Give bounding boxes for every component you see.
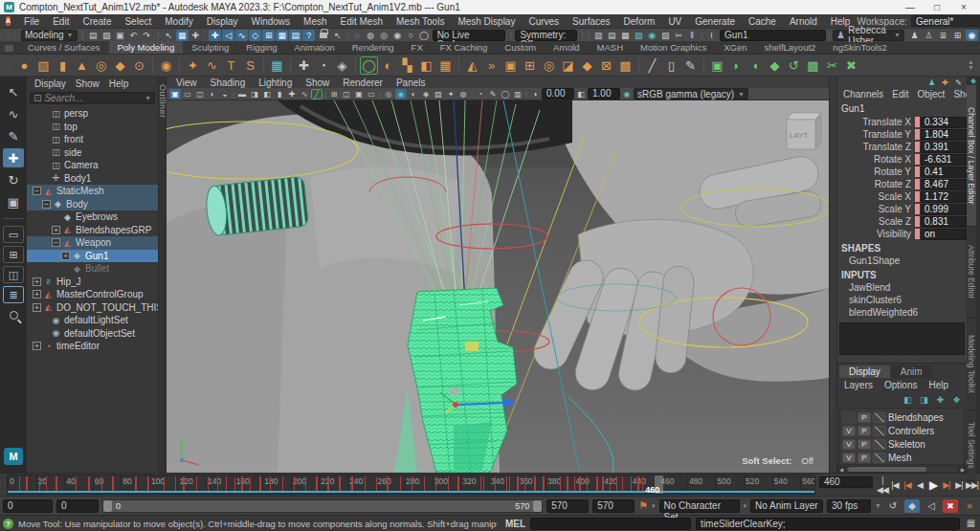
character-set-selector[interactable]: No Character Set bbox=[659, 499, 740, 513]
xgen-panel-icon[interactable]: ⊞ bbox=[951, 30, 964, 41]
poly-cube-icon[interactable]: ▧ bbox=[34, 56, 53, 75]
layer-playback-toggle[interactable]: P bbox=[858, 412, 871, 423]
menu-modify[interactable]: Modify bbox=[158, 16, 199, 27]
keyframe-tick[interactable] bbox=[164, 476, 166, 491]
multisample-icon[interactable]: ◐ bbox=[408, 89, 419, 100]
panel-menu-shading[interactable]: Shading bbox=[205, 77, 252, 88]
channel-value-field[interactable]: 0.831 bbox=[921, 216, 967, 228]
panel-menu-renderer[interactable]: Renderer bbox=[337, 77, 389, 88]
keyframe-tick[interactable] bbox=[76, 476, 78, 491]
keyframe-tick[interactable] bbox=[88, 476, 90, 491]
shelf-collapse-button[interactable] bbox=[5, 45, 13, 52]
move-layer-up-icon[interactable]: ◧ bbox=[902, 394, 914, 405]
construction-plane-icon[interactable]: ✚ bbox=[295, 56, 313, 75]
exposure-icon[interactable]: ◑ bbox=[529, 89, 541, 100]
anim-layer-selector[interactable]: No Anim Layer bbox=[750, 499, 823, 513]
filter-dropdown-icon[interactable]: ▼ bbox=[145, 95, 151, 101]
outliner-item-body1[interactable]: ✛Body1 bbox=[27, 172, 158, 186]
keyframe-tick[interactable] bbox=[282, 476, 284, 491]
isolate-icon[interactable]: ◧ bbox=[261, 89, 273, 100]
construction-history-icon[interactable]: ◉ bbox=[391, 30, 404, 41]
select-object-icon[interactable]: ▦ bbox=[176, 30, 189, 41]
keyframe-tick[interactable] bbox=[480, 476, 482, 491]
input-connections-icon[interactable]: ◌ bbox=[351, 30, 364, 41]
zero-transform-icon[interactable]: ◈ bbox=[333, 56, 351, 75]
scale-tool[interactable]: ▣ bbox=[3, 192, 24, 211]
sidebar-pin-icons[interactable]: ◈ bbox=[967, 77, 980, 85]
pose-library-icon[interactable]: ♙ bbox=[923, 30, 935, 41]
lattice-icon[interactable]: ⊠ bbox=[597, 56, 615, 75]
hotbox-icon[interactable]: ≣ bbox=[937, 30, 949, 41]
keyframe-tick[interactable] bbox=[135, 476, 137, 491]
keyframe-tick[interactable] bbox=[305, 476, 307, 491]
menu-mesh-display[interactable]: Mesh Display bbox=[451, 16, 522, 27]
isolate-select-icon[interactable]: ◯ bbox=[360, 56, 378, 75]
keyframe-tick[interactable] bbox=[112, 476, 114, 491]
snap-release-icon[interactable]: ? bbox=[302, 30, 315, 41]
loop-icon[interactable]: ↺ bbox=[885, 499, 901, 513]
color-managed-icon[interactable]: ◉ bbox=[621, 89, 633, 100]
curve-spiral-icon[interactable]: ∿ bbox=[203, 56, 221, 75]
exposure-field[interactable]: 0.00 bbox=[542, 88, 574, 100]
cut-faces-icon[interactable]: ✂ bbox=[823, 56, 841, 75]
menu-generate[interactable]: Generate bbox=[688, 16, 742, 27]
menu-uv[interactable]: UV bbox=[661, 16, 688, 27]
keyframe-tick[interactable] bbox=[46, 476, 48, 491]
outliner-item-blendshapesgrp[interactable]: +◭BlendshapesGRP bbox=[27, 224, 158, 237]
launch-app-icon[interactable]: ✂ bbox=[673, 30, 685, 41]
new-layer-icon[interactable]: ✚ bbox=[934, 394, 947, 405]
layer-color-swatch[interactable] bbox=[873, 412, 886, 423]
keyframe-tick[interactable] bbox=[259, 476, 261, 491]
append-poly-icon[interactable]: ◖ bbox=[746, 56, 765, 75]
panel-splitter[interactable]: ·········· bbox=[837, 355, 967, 363]
group-grip[interactable]: ⟩ bbox=[507, 31, 513, 39]
outliner-item-eyebrows[interactable]: ◆Eyebrows bbox=[27, 210, 158, 224]
shelf-tab-sculpting[interactable]: Sculpting bbox=[183, 41, 237, 54]
layer-playback-toggle[interactable]: P bbox=[858, 453, 871, 463]
settings-icon[interactable]: ◉ bbox=[966, 30, 978, 41]
snap-point-icon[interactable]: ∿ bbox=[235, 30, 248, 41]
image-plane-icon[interactable]: ◒ bbox=[219, 89, 231, 100]
keyframe-tick[interactable] bbox=[101, 476, 103, 491]
layer-menu-layers[interactable]: Layers bbox=[839, 380, 878, 390]
poly-sphere-icon[interactable]: ● bbox=[15, 56, 33, 75]
group-grip[interactable]: ⟩ bbox=[579, 31, 585, 39]
shelf-tab-rendering[interactable]: Rendering bbox=[344, 41, 403, 54]
command-output-field[interactable]: timeSliderClearKey; bbox=[696, 518, 960, 530]
fps-dropdown-icon[interactable]: ▼ bbox=[875, 502, 881, 509]
keyframe-tick[interactable] bbox=[602, 476, 604, 491]
menu-edit-mesh[interactable]: Edit Mesh bbox=[334, 16, 390, 27]
ghosting-icon[interactable]: ◍ bbox=[457, 89, 469, 100]
layer-visibility-toggle[interactable]: V bbox=[842, 439, 856, 450]
save-scene-icon[interactable]: ▣ bbox=[114, 30, 126, 41]
render-settings-icon[interactable]: ▧ bbox=[633, 30, 645, 41]
outliner-item-do_not_touch_this[interactable]: +◭DO_NOT_TOUCH_THIS bbox=[27, 301, 158, 315]
channelbox-speed-icon[interactable]: ✚ bbox=[940, 77, 950, 87]
snap-plane-icon[interactable]: ◇ bbox=[249, 30, 261, 41]
render-view-icon[interactable]: ▥ bbox=[592, 30, 605, 41]
go-to-start-button[interactable]: |◀◀ bbox=[877, 476, 888, 495]
menu-cache[interactable]: Cache bbox=[742, 16, 783, 27]
menu-display[interactable]: Display bbox=[200, 16, 245, 27]
render-current-icon[interactable]: ▤ bbox=[606, 30, 618, 41]
current-time-field[interactable]: 460 bbox=[819, 476, 873, 488]
playback-end-field[interactable]: 570 bbox=[546, 499, 589, 513]
motion-blur-icon[interactable]: ◉ bbox=[395, 89, 407, 100]
keyframe-tick[interactable] bbox=[610, 476, 612, 491]
keyframe-tick[interactable] bbox=[400, 476, 402, 491]
keyframe-tick[interactable] bbox=[56, 476, 57, 491]
view-transform-selector[interactable]: sRGB gamma (legacy)▼ bbox=[634, 88, 748, 100]
poly-plane-icon[interactable]: ◆ bbox=[111, 56, 129, 75]
wireframe-icon[interactable]: ╱ bbox=[311, 89, 323, 100]
layer-row-blendshapes[interactable]: PBlendshapes bbox=[840, 410, 964, 424]
maximize-button[interactable]: □ bbox=[924, 1, 949, 14]
bridge-icon[interactable]: » bbox=[482, 56, 501, 75]
lighting-icon[interactable]: ▣ bbox=[353, 89, 365, 100]
target-weld-icon[interactable]: ▣ bbox=[708, 56, 726, 75]
fog-icon[interactable]: ▨ bbox=[433, 89, 444, 100]
outliner-item-mastercontrolgroup[interactable]: +◭MasterControlGroup bbox=[27, 288, 158, 301]
layer-row-controllers[interactable]: VPControllers bbox=[840, 424, 964, 437]
highlight-selection-icon[interactable]: ↖ bbox=[331, 30, 344, 41]
time-slider[interactable]: 0204060801001201401601802002202402602803… bbox=[7, 475, 815, 495]
plugin-icon[interactable]: ▥ bbox=[512, 89, 523, 100]
